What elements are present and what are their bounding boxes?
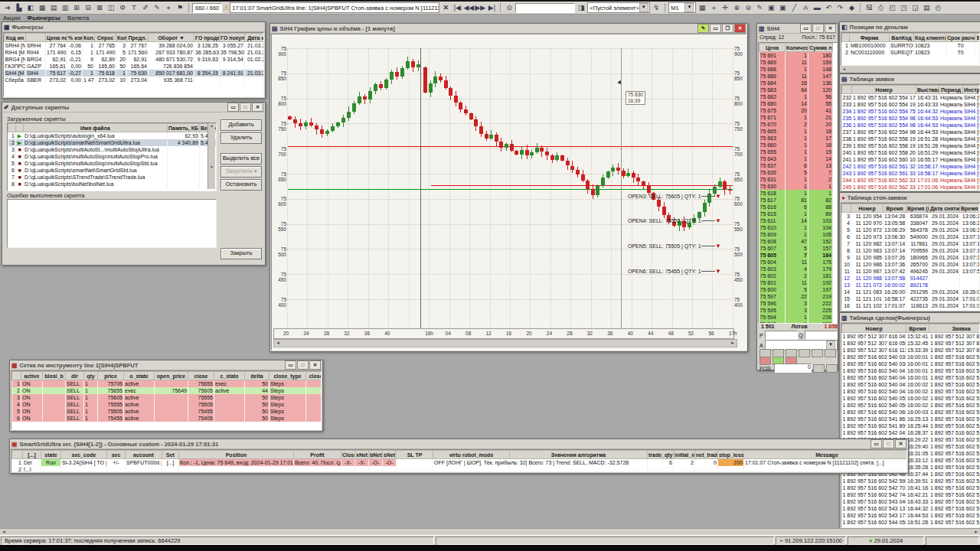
table-row[interactable]: 1 892 957 516 602 543 13116:44:321 892 9… xyxy=(842,505,980,512)
quotes-window-icon[interactable]: ◧ xyxy=(25,3,36,13)
column-header[interactable]: SL TP xyxy=(397,451,433,459)
table-row[interactable]: 75 6911180 xyxy=(760,52,833,60)
table-row[interactable]: 2451 892 957 516 602 562 33317:01:06Норм… xyxy=(842,184,980,191)
column-header[interactable]: Время xyxy=(906,324,929,333)
lock-closed-icon[interactable]: ▣ xyxy=(777,3,788,13)
column-header[interactable]: state xyxy=(41,451,61,459)
zoom-in-icon[interactable]: ＋ xyxy=(708,3,719,13)
marker-tool-icon[interactable]: ▬ xyxy=(812,3,822,13)
table-row[interactable]: 1DelRunSi-3.24(SiH4 [ TO [...]+/-SPBFUT0… xyxy=(12,459,908,467)
table-row[interactable]: 75 6881148 xyxy=(760,66,833,73)
table-row[interactable]: 75 61811 xyxy=(760,190,833,197)
table-row[interactable]: 75 6005197 xyxy=(760,286,833,293)
minimize-icon[interactable]: ▭ xyxy=(227,103,239,112)
table-row[interactable]: 2NC001110000SUREQTY10823T0 xyxy=(842,49,980,56)
table-row[interactable]: 2321 892 957 516 602 554 17116:43:31Норм… xyxy=(842,94,980,102)
table-row[interactable]: 75 63011 xyxy=(760,183,833,190)
save-icon[interactable]: 🖫 xyxy=(864,3,874,13)
table-row[interactable]: 2381 892 957 516 602 558 19716:51:28Норм… xyxy=(842,135,980,142)
first-record-icon[interactable]: |◀ xyxy=(452,3,462,13)
table-row[interactable]: 2341 892 957 516 602 554 75416:44:32Норм… xyxy=(842,108,980,115)
table-row[interactable]: 3ONSELL175605active7555550Steps500 xyxy=(12,394,322,401)
table-row[interactable]: 75 6075157 xyxy=(760,245,833,252)
stop-script-button[interactable]: Остановить xyxy=(220,179,262,191)
futures-window-titlebar[interactable]: ▦ Фьючерсы xyxy=(2,22,265,32)
column-header[interactable]: Position xyxy=(179,451,294,459)
tile-windows-icon[interactable]: ◫ xyxy=(106,3,116,13)
table-row[interactable]: 75 6752041 xyxy=(760,107,833,114)
table-row[interactable]: 75 6178182 xyxy=(760,197,833,204)
table-row[interactable]: 75 68611147 xyxy=(760,73,833,80)
table-row[interactable]: 2361 892 957 516 602 554 98316:44:53Норм… xyxy=(842,122,980,129)
fibo-tool-icon[interactable]: ◆ xyxy=(846,3,857,13)
column-header[interactable]: Период xyxy=(939,86,963,94)
run-script-button[interactable]: Запустить ▾ xyxy=(220,166,262,178)
flag-tool-icon[interactable]: ⚑ xyxy=(175,3,185,13)
table-row[interactable]: 4ONSELL175555active7550550Steps500 xyxy=(12,401,322,408)
chevron-down-icon[interactable]: ▼ xyxy=(639,3,648,12)
column-header[interactable]: Цена xyxy=(760,44,786,52)
column-header[interactable]: Память, КБ xyxy=(168,124,200,132)
alert-message-dropdown[interactable]: 17:01:07 SmartGridUltra line: 1|SiH4|SPB… xyxy=(230,2,439,13)
column-header[interactable]: sec xyxy=(107,451,126,459)
table-row[interactable]: 2401 892 957 516 602 558 20216:51:29Норм… xyxy=(842,149,980,156)
minimize-icon[interactable]: ▭ xyxy=(800,24,812,33)
table-row[interactable]: 2431 892 957 516 602 561 33316:58:17Норм… xyxy=(842,170,980,177)
table-row[interactable]: 1 892 957 516 602 544 05816:51:281 892 9… xyxy=(842,519,980,526)
layout-icon[interactable]: ◰ xyxy=(887,3,897,13)
zoom-minus-icon[interactable]: ⊖ xyxy=(743,3,753,13)
column-header[interactable]: dir xyxy=(66,372,84,380)
indicator-icon[interactable]: Φ xyxy=(117,3,128,13)
column-header[interactable]: Фирма xyxy=(850,34,890,42)
table-row[interactable]: 75 615189 xyxy=(760,210,833,217)
table-row[interactable]: 75 5963222 xyxy=(760,300,833,307)
text-tool-icon[interactable]: T xyxy=(129,3,139,13)
column-header[interactable]: blosl_b xyxy=(43,372,66,380)
money-window-titlebar[interactable]: ◧ Позиции по деньгам xyxy=(840,22,980,32)
lock-open-icon[interactable]: ▣ xyxy=(766,3,776,13)
trades-window-titlebar[interactable]: ▥ Таблица сделок(Фьючерсы) xyxy=(840,313,980,323)
search-icon[interactable]: ⊙ xyxy=(504,3,514,13)
table-row[interactable]: 1 892 957 516 602 540 03516:00:011 892 9… xyxy=(842,354,980,360)
column-header[interactable]: open_price xyxy=(155,372,188,380)
table-row[interactable]: 75 6801455 xyxy=(760,100,833,107)
column-header[interactable] xyxy=(16,124,24,132)
table-row[interactable]: 6■D:\qLua\quikScripts\smartNet\SmartGrid… xyxy=(8,167,217,174)
column-header[interactable]: sNet xyxy=(383,451,397,459)
money-scrollbar[interactable]: ◄ xyxy=(841,66,980,72)
column-header[interactable]: stop_loss xyxy=(718,451,744,459)
table-row[interactable]: 75 60111192 xyxy=(760,279,833,286)
table-row[interactable]: 75 68416136 xyxy=(760,80,833,86)
table-row[interactable]: 1 892 957 516 602 542 59816:39:511 892 9… xyxy=(842,478,980,484)
table-row[interactable]: SRH4 [NSRH427 764-0,06127 765327 76739 2… xyxy=(5,42,265,50)
column-header[interactable]: trade_qty xyxy=(648,451,674,459)
table-row[interactable]: 1511 121 10116:58:1742273529.01.202417:0… xyxy=(842,295,980,302)
chart-scrollbar[interactable]: ◄► xyxy=(273,339,737,347)
minimize-icon[interactable]: ▭ xyxy=(285,360,296,370)
column-header[interactable]: Цена по xyxy=(46,34,67,42)
table-row[interactable]: 1411 121 08316:26:0029129529.01.202416:2… xyxy=(842,289,980,295)
table-window-icon[interactable]: ▦ xyxy=(37,3,47,13)
last-record-icon[interactable]: ▶| xyxy=(486,3,497,13)
rows-window-icon[interactable]: ▤ xyxy=(48,3,59,13)
column-header[interactable]: Инструмент xyxy=(963,86,980,94)
table-row[interactable]: 911 120 98513:07:2618096529.01.202413:07… xyxy=(842,254,980,261)
table-row[interactable]: 1 892 957 516 602 540 03816:00:011 892 9… xyxy=(842,360,980,367)
close-icon[interactable]: ✕ xyxy=(309,360,321,370)
table-row[interactable]: 1▶D:\qLua\quikScripts\autologin_x64.lua6… xyxy=(8,132,217,140)
table-row[interactable]: 75 6022181 xyxy=(760,272,833,279)
table-row[interactable]: 1 892 957 516 602 543 04016:43:331 892 9… xyxy=(842,498,980,505)
maximize-icon[interactable]: □ xyxy=(240,103,251,112)
column-header[interactable]: c_state xyxy=(214,372,245,380)
smartgrid-window-titlebar[interactable]: ▣ SmartGridUltra ver. (SiH4[1-2]) - Осно… xyxy=(10,439,908,449)
column-header[interactable]: virtu robot_mode xyxy=(433,451,510,459)
select-all-button[interactable]: Выделить все xyxy=(220,153,262,165)
close-icon[interactable]: ✕ xyxy=(734,24,746,33)
table-row[interactable]: 75 6101104 xyxy=(760,224,833,231)
table-row[interactable]: 75 5941226 xyxy=(760,314,833,321)
column-header[interactable]: delta xyxy=(245,372,270,380)
filter-icon[interactable]: ◨ xyxy=(576,3,586,13)
table-row[interactable]: 1 892 957 516 602 543 17316:44:531 892 9… xyxy=(842,512,980,519)
remove-script-button[interactable]: Удалить xyxy=(220,132,262,144)
pencil-icon[interactable]: ✎ xyxy=(754,3,765,13)
